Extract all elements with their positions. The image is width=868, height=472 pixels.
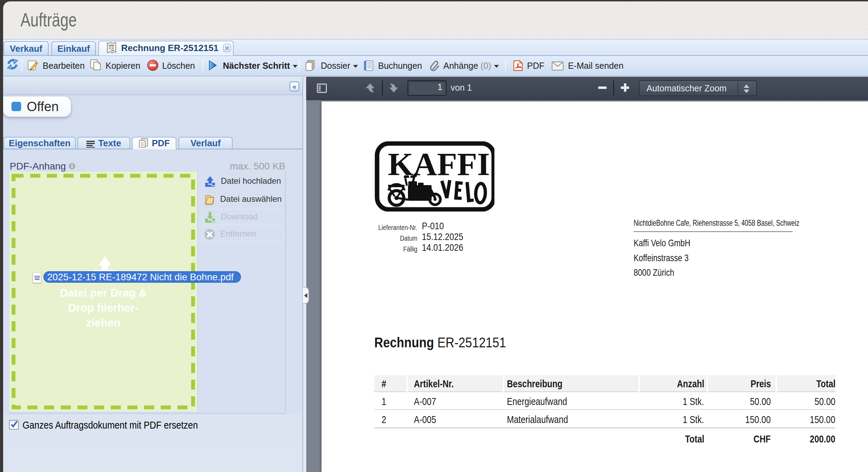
svg-text:KAFFI: KAFFI	[388, 146, 490, 182]
